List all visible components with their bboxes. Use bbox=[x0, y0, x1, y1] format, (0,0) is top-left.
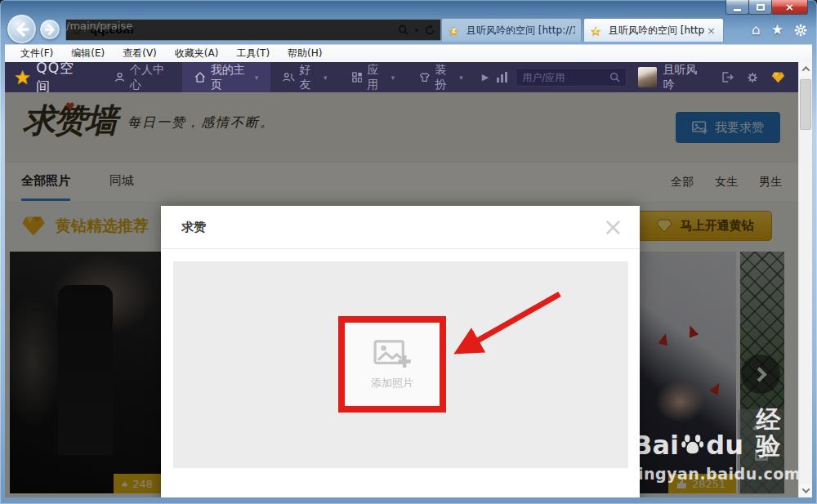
tab-favicon: ★z bbox=[590, 24, 604, 38]
qzone-star-logo-icon bbox=[15, 69, 30, 87]
username-label[interactable]: 且听风吟 bbox=[663, 63, 704, 92]
add-photo-button[interactable]: 添加照片 bbox=[345, 323, 440, 406]
modal-header: 求赞 × bbox=[161, 206, 640, 249]
address-bar[interactable]: ★ z http://rc.qzone.qq.com/main/praise ▾ bbox=[65, 19, 441, 41]
menu-help[interactable]: 帮助(H) bbox=[279, 47, 331, 60]
chevron-up-icon bbox=[801, 66, 810, 74]
window-controls: × bbox=[726, 0, 808, 15]
baidu-jingyan-watermark: Bai du 经验 jingyan.baidu.com bbox=[632, 407, 789, 483]
close-icon: × bbox=[785, 2, 794, 12]
page-content: QQ空间 个人中心 我的主页 ▾ 好友 ▾ bbox=[5, 62, 798, 497]
chevron-down-icon: ▾ bbox=[324, 74, 328, 82]
search-icon[interactable] bbox=[609, 72, 620, 83]
browser-chrome: ★ z http://rc.qzone.qq.com/main/praise ▾… bbox=[5, 16, 812, 44]
modal-close-icon[interactable]: × bbox=[603, 215, 623, 239]
home-icon[interactable]: ⌂ bbox=[752, 23, 761, 37]
nav-personal-center[interactable]: 个人中心 bbox=[102, 62, 182, 92]
tshirt-icon bbox=[419, 71, 430, 83]
player-play-icon[interactable]: ▶ bbox=[482, 72, 489, 83]
browser-window: × ★ z http://rc.qzone.qq.com/main/praise… bbox=[0, 0, 817, 504]
home-icon bbox=[194, 71, 206, 83]
nav-my-homepage[interactable]: 我的主页 ▾ bbox=[182, 62, 270, 92]
add-photo-label: 添加照片 bbox=[371, 376, 413, 390]
close-button[interactable]: × bbox=[771, 0, 808, 15]
chevron-down-icon: ▾ bbox=[459, 74, 463, 82]
nav-apps[interactable]: 应用 ▾ bbox=[340, 62, 408, 92]
apps-grid-icon bbox=[352, 71, 363, 83]
scroll-up-button[interactable] bbox=[799, 62, 812, 76]
nav-decorate[interactable]: 装扮 ▾ bbox=[407, 62, 475, 92]
add-photo-icon bbox=[373, 338, 411, 369]
chevron-down-icon: ▾ bbox=[391, 74, 395, 82]
menu-favorites[interactable]: 收藏夹(A) bbox=[166, 47, 228, 60]
url-text: http://rc.qzone.qq.com/main/praise bbox=[90, 24, 398, 36]
menu-edit[interactable]: 编辑(E) bbox=[62, 47, 114, 60]
back-arrow-icon bbox=[14, 21, 30, 38]
annotation-highlight-box: 添加照片 bbox=[338, 316, 446, 413]
search-input[interactable] bbox=[522, 72, 609, 83]
scrollbar-track[interactable] bbox=[799, 76, 812, 484]
scroll-down-button[interactable] bbox=[799, 484, 812, 497]
chrome-action-icons: ⌂ ★ bbox=[752, 23, 807, 37]
yellow-diamond-icon[interactable] bbox=[771, 71, 785, 84]
tab-qzone-1[interactable]: ★z 且听风吟的空间 [http://1... bbox=[441, 18, 582, 42]
logout-icon[interactable] bbox=[721, 71, 734, 83]
person-icon bbox=[114, 71, 125, 83]
scrollbar-thumb[interactable] bbox=[800, 79, 811, 130]
settings-gear-icon[interactable] bbox=[747, 71, 758, 84]
menu-tools[interactable]: 工具(T) bbox=[227, 47, 279, 60]
maximize-button[interactable] bbox=[748, 0, 772, 15]
minimize-button[interactable] bbox=[725, 0, 749, 15]
forward-arrow-icon bbox=[44, 24, 56, 36]
modal-title: 求赞 bbox=[181, 220, 603, 235]
tab-qzone-2-active[interactable]: ★z 且听风吟的空间 [http:/... × bbox=[583, 18, 724, 42]
tab-favicon: ★z bbox=[448, 24, 462, 38]
page-viewport: QQ空间 个人中心 我的主页 ▾ 好友 ▾ bbox=[5, 62, 812, 497]
menu-file[interactable]: 文件(F) bbox=[11, 47, 62, 60]
nav-friends[interactable]: 好友 ▾ bbox=[270, 62, 339, 92]
tab-bar: ★z 且听风吟的空间 [http://1... ★z 且听风吟的空间 [http… bbox=[441, 18, 722, 42]
page-scrollbar[interactable] bbox=[798, 62, 812, 497]
user-avatar[interactable] bbox=[638, 67, 656, 87]
back-button[interactable] bbox=[7, 14, 37, 44]
settings-gear-icon[interactable] bbox=[794, 24, 807, 37]
nav-search-box[interactable] bbox=[516, 68, 627, 87]
menu-bar: 文件(F) 编辑(E) 查看(V) 收藏夹(A) 工具(T) 帮助(H) bbox=[5, 44, 812, 62]
friends-icon bbox=[283, 71, 294, 83]
baidu-paw-icon bbox=[681, 430, 703, 458]
maximize-icon bbox=[757, 4, 765, 11]
tab-close-icon[interactable]: × bbox=[705, 25, 717, 37]
qzone-brand[interactable]: QQ空间 bbox=[15, 62, 83, 96]
chevron-down-icon: ▾ bbox=[255, 74, 259, 82]
favorites-star-icon[interactable]: ★ bbox=[771, 23, 784, 37]
stats-bars-icon[interactable] bbox=[497, 72, 507, 83]
minimize-icon bbox=[734, 9, 741, 11]
praise-modal: 求赞 × 添加照片 bbox=[161, 206, 640, 497]
forward-button[interactable] bbox=[39, 19, 60, 40]
menu-view[interactable]: 查看(V) bbox=[114, 47, 166, 60]
qzone-navbar: QQ空间 个人中心 我的主页 ▾ 好友 ▾ bbox=[5, 62, 798, 92]
chevron-down-icon bbox=[801, 485, 810, 493]
